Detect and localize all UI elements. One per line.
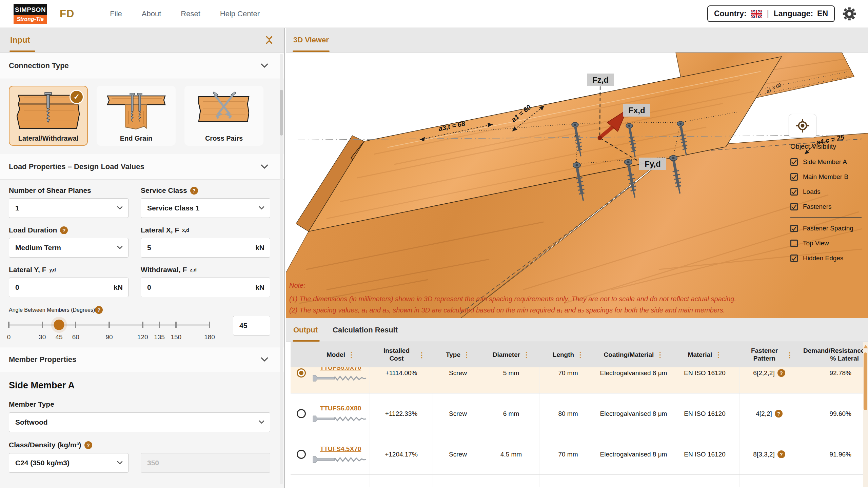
member-type-select[interactable]: Softwood: [9, 412, 270, 432]
collapse-panel-icon[interactable]: [265, 36, 274, 44]
checkbox[interactable]: [790, 225, 798, 232]
row-radio[interactable]: [297, 450, 306, 459]
screw-thumbnail: [312, 455, 370, 464]
chevron-down-icon[interactable]: [261, 164, 268, 169]
help-icon[interactable]: [60, 226, 68, 234]
column-menu-icon[interactable]: [348, 351, 355, 358]
angle-slider-handle[interactable]: [54, 320, 64, 330]
column-menu-icon[interactable]: [463, 351, 470, 358]
help-icon[interactable]: [84, 441, 92, 449]
label-fxd: Fx,d: [623, 104, 650, 117]
toggle-hidden-edges[interactable]: Hidden Edges: [790, 251, 868, 266]
menu-file[interactable]: File: [110, 9, 122, 18]
toggle-side-member-a[interactable]: Side Member A: [790, 155, 868, 169]
header-fastener-pattern[interactable]: Fastener Pattern: [739, 347, 799, 363]
unit-kn: kN: [255, 244, 264, 252]
settings-gear-icon[interactable]: [842, 6, 857, 22]
angle-value-input[interactable]: [239, 322, 264, 330]
lateral-y-field: kN: [9, 278, 129, 297]
service-class-select[interactable]: Service Class 1: [141, 198, 270, 218]
help-icon[interactable]: [777, 369, 785, 377]
column-menu-icon[interactable]: [786, 351, 793, 359]
uk-flag-icon: [751, 10, 762, 18]
menu-help-center[interactable]: Help Center: [220, 9, 260, 18]
model-link[interactable]: TTUFS5.0X70: [320, 367, 361, 371]
lateral-x-label: Lateral X, F: [141, 226, 179, 234]
lateral-y-label: Lateral Y, F: [9, 266, 46, 274]
tab-output[interactable]: Output: [293, 318, 318, 342]
table-row[interactable]: TTUFS6.0X80 +1122.33% Screw 6 mm 80 mm E…: [291, 393, 863, 434]
toggle-top-view[interactable]: Top View: [790, 236, 868, 251]
toggle-fasteners[interactable]: Fasteners: [790, 199, 868, 214]
chevron-down-icon[interactable]: [261, 357, 268, 362]
section-load-properties[interactable]: Load Properties – Design Load Values: [0, 154, 284, 180]
card-lateral-withdrawal[interactable]: ✓ Lateral/Withdrawal: [9, 86, 88, 146]
checkbox[interactable]: [790, 158, 798, 166]
main-menu: File About Reset Help Center: [110, 9, 260, 18]
class-density-select[interactable]: C24 (350 kg/m3): [9, 453, 129, 473]
language-value: EN: [817, 9, 828, 18]
help-icon[interactable]: [95, 306, 103, 314]
section-member-properties[interactable]: Member Properties: [0, 347, 284, 372]
column-menu-icon[interactable]: [523, 351, 530, 358]
column-menu-icon[interactable]: [715, 351, 722, 358]
toggle-loads[interactable]: Loads: [790, 184, 868, 199]
tab-input[interactable]: Input: [10, 28, 30, 52]
checkbox[interactable]: [790, 173, 798, 181]
header-model[interactable]: Model: [312, 351, 370, 359]
panel-scrollbar-thumb[interactable]: [280, 90, 283, 136]
header-coating-material[interactable]: Coating/Material: [597, 351, 670, 359]
header-diameter[interactable]: Diameter: [483, 351, 539, 359]
menu-about[interactable]: About: [142, 9, 161, 18]
table-scrollbar[interactable]: [863, 342, 868, 487]
row-radio[interactable]: [297, 368, 306, 378]
help-icon[interactable]: [777, 450, 785, 458]
angle-between-members: Angle Between Members (Degrees): [9, 306, 270, 345]
shear-planes-select[interactable]: 1: [9, 198, 129, 218]
column-menu-icon[interactable]: [656, 351, 664, 358]
header-length[interactable]: Length: [539, 351, 597, 359]
load-duration-select[interactable]: Medium Term: [9, 238, 129, 258]
header-type[interactable]: Type: [433, 351, 483, 359]
header-demand-resistance[interactable]: Demand/Resistance % Lateral: [799, 347, 863, 363]
country-label: Country:: [714, 9, 747, 18]
table-row[interactable]: TTUFS5.0X70 +1114.00% Screw 5 mm 70 mm E…: [291, 367, 863, 393]
3d-canvas[interactable]: a2 = 40 a1 = 60 a3,o = 50: [286, 53, 868, 318]
header-installed-cost[interactable]: Installed Cost: [370, 347, 433, 363]
column-menu-icon[interactable]: [577, 351, 584, 358]
column-menu-icon[interactable]: [418, 351, 426, 359]
lateral-x-input[interactable]: [147, 244, 264, 252]
input-panel-tabbar: Input: [0, 28, 284, 53]
table-row[interactable]: TTUFS6.0X90: [291, 475, 863, 487]
checkbox[interactable]: [790, 240, 798, 247]
table-row[interactable]: TTUFS4.5X70 +1204.17% Screw 4.5 mm 70 mm…: [291, 434, 863, 475]
toggle-main-member-b[interactable]: Main Member B: [790, 169, 868, 184]
toggle-fastener-spacing[interactable]: Fastener Spacing: [790, 221, 868, 236]
card-end-grain[interactable]: ✓ End Grain: [97, 86, 176, 146]
recenter-view-button[interactable]: [789, 114, 816, 138]
scroll-up-arrow-icon[interactable]: [863, 342, 868, 351]
section-connection-type[interactable]: Connection Type: [0, 53, 284, 79]
row-radio[interactable]: [297, 409, 306, 418]
scrollbar-thumb[interactable]: [864, 352, 867, 410]
help-icon[interactable]: [190, 187, 198, 195]
withdrawal-input[interactable]: [147, 283, 264, 291]
tab-3d-viewer[interactable]: 3D Viewer: [293, 28, 329, 52]
chevron-down-icon[interactable]: [261, 63, 268, 68]
tab-calculation-result[interactable]: Calculation Result: [333, 318, 398, 342]
help-icon[interactable]: [775, 410, 783, 418]
header-material[interactable]: Material: [670, 351, 739, 359]
checkbox[interactable]: [790, 255, 798, 262]
checkbox[interactable]: [790, 203, 798, 210]
note-title: Note:: [289, 282, 818, 289]
menu-reset[interactable]: Reset: [181, 9, 200, 18]
angle-slider[interactable]: 0 30 45 60 90 120 135 150 180: [9, 316, 210, 345]
card-cross-pairs[interactable]: ✓ Cross Pairs: [184, 86, 263, 146]
chevron-down-icon: [117, 245, 123, 251]
country-language-button[interactable]: Country: | Language: EN: [707, 5, 835, 22]
model-link[interactable]: TTUFS6.0X80: [320, 405, 361, 412]
lateral-y-input[interactable]: [15, 283, 122, 291]
model-link[interactable]: TTUFS4.5X70: [320, 445, 361, 453]
checkbox[interactable]: [790, 188, 798, 196]
app-window: SIMPSON Strong-Tie FD File About Reset H…: [0, 0, 868, 488]
